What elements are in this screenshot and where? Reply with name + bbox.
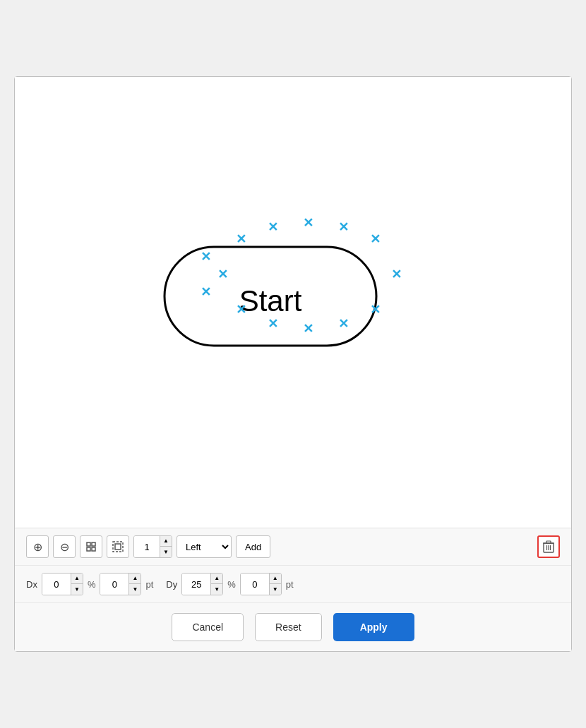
dy-down[interactable]: ▼ (211, 584, 222, 595)
marker-3[interactable] (301, 217, 314, 229)
dy-pct-input[interactable] (241, 574, 269, 595)
dx-down[interactable]: ▼ (71, 584, 83, 595)
svg-text:Start: Start (239, 284, 302, 317)
count-spinner[interactable]: ▲ ▼ (133, 535, 172, 558)
delete-button[interactable] (537, 535, 560, 558)
count-down[interactable]: ▼ (160, 547, 172, 557)
dx-pct-spinner[interactable]: ▲ ▼ (100, 573, 141, 595)
svg-rect-6 (113, 542, 123, 552)
zoom-out-icon (60, 540, 69, 554)
dy-pct-spinner[interactable]: ▲ ▼ (240, 573, 282, 595)
svg-rect-10 (546, 541, 551, 543)
dy-spinner[interactable]: ▲ ▼ (181, 573, 223, 595)
cancel-button[interactable]: Cancel (172, 613, 244, 641)
count-input[interactable] (134, 536, 160, 557)
dy-arrows: ▲ ▼ (210, 574, 222, 595)
reset-button[interactable]: Reset (255, 613, 322, 641)
expand-button[interactable] (107, 535, 129, 558)
buttons-row: Cancel Reset Apply (15, 603, 571, 651)
dx-input[interactable] (42, 574, 71, 595)
dy-up[interactable]: ▲ (211, 574, 222, 584)
zoom-in-button[interactable] (26, 535, 49, 558)
dx-pct-arrows: ▲ ▼ (128, 574, 140, 595)
dy-pct-arrows: ▲ ▼ (269, 574, 281, 595)
apply-button[interactable]: Apply (333, 613, 414, 641)
dx-percent-sign: % (88, 579, 96, 590)
count-up[interactable]: ▲ (160, 536, 172, 547)
zoom-in-icon (33, 540, 42, 554)
dy-percent-sign: % (227, 579, 236, 590)
toolbar: ▲ ▼ Left Center Right Add (15, 528, 571, 566)
alignment-select[interactable]: Left Center Right (177, 535, 232, 558)
shape-container: Start (157, 233, 383, 360)
dy-input[interactable] (182, 574, 210, 595)
dy-pct-down[interactable]: ▼ (270, 584, 281, 595)
dx-unit: pt (145, 579, 153, 590)
add-button[interactable]: Add (236, 535, 270, 558)
shape-svg: Start (157, 233, 383, 360)
dx-spinner[interactable]: ▲ ▼ (42, 573, 83, 595)
dy-pct-up[interactable]: ▲ (270, 574, 281, 584)
dx-label: Dx (26, 579, 37, 590)
dx-pct-input[interactable] (100, 574, 128, 595)
trash-icon (543, 540, 554, 553)
dx-arrows: ▲ ▼ (71, 574, 83, 595)
dy-unit: pt (286, 579, 294, 590)
marker-4[interactable] (337, 221, 349, 233)
fit-button[interactable] (80, 535, 102, 558)
expand-icon (112, 541, 124, 552)
marker-6[interactable] (390, 268, 402, 281)
svg-rect-2 (87, 542, 90, 546)
canvas-area: Start (15, 77, 571, 528)
offset-row: Dx ▲ ▼ % ▲ ▼ pt Dy ▲ ▼ % (15, 566, 571, 603)
svg-rect-4 (87, 547, 90, 551)
dx-pct-down[interactable]: ▼ (129, 584, 140, 595)
dx-up[interactable]: ▲ (71, 574, 83, 584)
fit-icon (85, 541, 97, 552)
zoom-out-button[interactable] (53, 535, 76, 558)
dy-label: Dy (166, 579, 177, 590)
svg-rect-7 (115, 544, 121, 550)
count-arrows: ▲ ▼ (160, 536, 172, 557)
dialog: Start (14, 76, 572, 652)
dx-pct-up[interactable]: ▲ (129, 574, 140, 584)
svg-rect-3 (92, 542, 95, 546)
marker-2[interactable] (266, 221, 279, 233)
svg-rect-5 (92, 547, 95, 551)
